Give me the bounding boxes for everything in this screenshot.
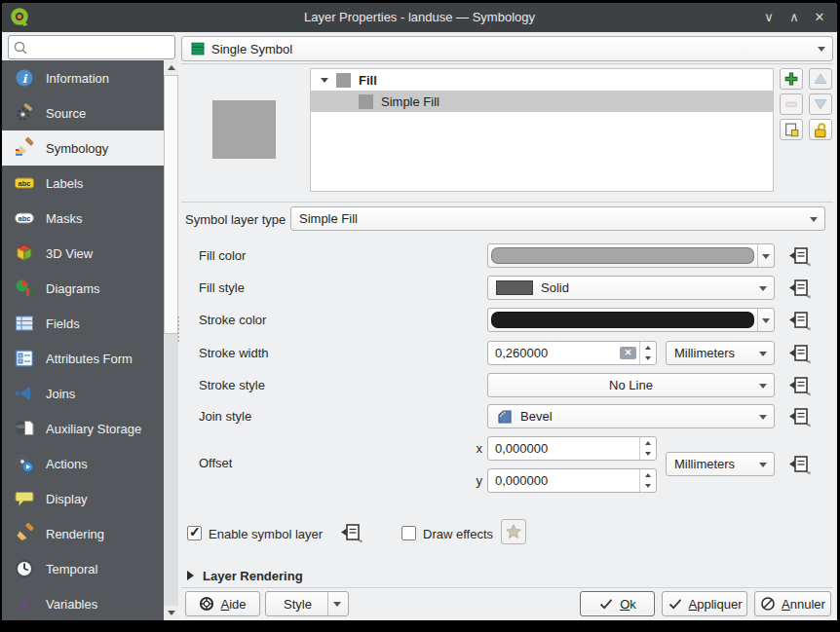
- sidebar-item-display[interactable]: Display: [2, 481, 164, 516]
- stroke-width-input[interactable]: [488, 346, 620, 360]
- fill-style-override-button[interactable]: [784, 277, 814, 300]
- sidebar-item-information[interactable]: i Information: [2, 60, 164, 95]
- sidebar-item-source[interactable]: Source: [2, 95, 164, 130]
- enable-symbol-layer-override-button[interactable]: [336, 521, 365, 544]
- renderer-combo[interactable]: Single Symbol: [181, 36, 833, 61]
- sidebar-item-actions[interactable]: Actions: [2, 446, 164, 481]
- sidebar-item-masks[interactable]: abc Masks: [2, 201, 164, 236]
- sidebar-item-joins[interactable]: Joins: [2, 376, 164, 411]
- titlebar[interactable]: Layer Properties - landuse — Symbology ∨…: [2, 3, 837, 32]
- sidebar-item-temporal[interactable]: Temporal: [2, 551, 164, 586]
- spin-down-button[interactable]: [640, 353, 656, 365]
- stroke-style-combo[interactable]: No Line: [487, 373, 775, 397]
- clear-value-icon[interactable]: ✕: [620, 347, 636, 359]
- offset-unit-combo[interactable]: Millimeters: [666, 452, 775, 476]
- stroke-style-override-button[interactable]: [784, 374, 814, 397]
- sidebar-item-auxiliary-storage[interactable]: Auxiliary Storage: [2, 411, 164, 446]
- stroke-color-dropdown[interactable]: [757, 309, 774, 331]
- sidebar-item-labels[interactable]: abc Labels: [2, 166, 164, 201]
- labels-icon: abc: [14, 172, 35, 194]
- sidebar-item-label: Rendering: [46, 527, 104, 541]
- lock-color-button[interactable]: [809, 119, 832, 140]
- join-style-combo[interactable]: Bevel: [487, 404, 775, 428]
- remove-symbol-layer-button[interactable]: [780, 93, 803, 115]
- offset-x-input[interactable]: [488, 441, 639, 456]
- offset-y-input[interactable]: [488, 473, 639, 488]
- enable-symbol-layer-checkbox[interactable]: [187, 526, 202, 540]
- source-icon: [14, 102, 35, 124]
- divider: [181, 63, 833, 64]
- sidebar-item-label: Auxiliary Storage: [46, 422, 141, 436]
- draw-effects-label: Draw effects: [423, 527, 493, 541]
- add-symbol-layer-button[interactable]: [780, 68, 803, 90]
- star-icon: [505, 523, 522, 540]
- move-down-button[interactable]: [809, 93, 832, 115]
- scroll-up-icon[interactable]: [164, 60, 178, 75]
- sidebar-item-diagrams[interactable]: Diagrams: [2, 271, 164, 306]
- help-button[interactable]: Aide: [185, 591, 260, 616]
- tree-row-fill[interactable]: Fill: [311, 69, 773, 91]
- fill-color-override-button[interactable]: [784, 244, 814, 268]
- fill-style-combo[interactable]: Solid: [487, 276, 775, 300]
- apply-button[interactable]: Appliquer: [662, 591, 747, 616]
- sidebar-item-variables[interactable]: ε Variables: [2, 586, 164, 620]
- splitter-handle[interactable]: [177, 316, 180, 342]
- collapse-arrow-icon[interactable]: [187, 571, 194, 580]
- scroll-down-icon[interactable]: [164, 606, 178, 620]
- minimize-button[interactable]: ∨: [757, 3, 781, 32]
- menu-arrow[interactable]: [327, 592, 347, 615]
- sidebar-item-label: Temporal: [46, 562, 97, 576]
- minus-icon: [783, 95, 800, 113]
- symbol-layer-type-combo[interactable]: Simple Fill: [290, 206, 825, 231]
- fill-color-dropdown[interactable]: [757, 244, 774, 267]
- sidebar-item-symbology[interactable]: Symbology: [2, 130, 164, 166]
- sidebar-item-fields[interactable]: Fields: [2, 306, 164, 341]
- joins-icon: [14, 383, 35, 404]
- fill-swatch: [336, 73, 351, 88]
- draw-effects-checkbox[interactable]: [401, 526, 416, 540]
- tree-row-simple-fill[interactable]: Simple Fill: [311, 91, 773, 112]
- stroke-color-swatch: [491, 312, 754, 328]
- data-defined-override-icon: [786, 278, 812, 299]
- fill-color-button[interactable]: [487, 243, 775, 268]
- spin-up-button[interactable]: [640, 437, 656, 449]
- svg-text:ε: ε: [20, 595, 30, 613]
- chevron-down-icon: [810, 217, 818, 222]
- layer-rendering-section[interactable]: Layer Rendering: [203, 569, 303, 583]
- effects-options-button[interactable]: [501, 519, 526, 544]
- maximize-button[interactable]: ∧: [783, 3, 806, 32]
- cancel-button[interactable]: Annuler: [754, 591, 831, 616]
- ok-button[interactable]: Ok: [580, 591, 655, 616]
- stroke-color-button[interactable]: [487, 308, 775, 332]
- offset-override-button[interactable]: [784, 453, 814, 476]
- spin-up-button[interactable]: [640, 469, 656, 481]
- scrollbar-thumb[interactable]: [164, 75, 178, 334]
- spin-up-button[interactable]: [640, 342, 656, 353]
- fill-color-swatch: [491, 247, 754, 264]
- symbology-icon: [14, 137, 35, 159]
- diagrams-icon: [14, 278, 35, 299]
- style-menu-button[interactable]: Style: [265, 591, 349, 616]
- duplicate-symbol-layer-button[interactable]: [780, 119, 803, 140]
- help-icon: [199, 596, 214, 612]
- search-input[interactable]: [28, 40, 174, 55]
- sidebar-item-3d-view[interactable]: 3D View: [2, 236, 164, 271]
- stroke-width-override-button[interactable]: [784, 342, 814, 365]
- sidebar-item-attributes-form[interactable]: Attributes Form: [2, 341, 164, 376]
- cancel-label: Annuler: [782, 597, 825, 612]
- join-style-override-button[interactable]: [784, 405, 814, 428]
- sidebar-item-label: Masks: [46, 211, 83, 226]
- arrow-down-icon: [812, 95, 829, 113]
- cancel-icon: [760, 596, 776, 612]
- stroke-width-unit-combo[interactable]: Millimeters: [666, 341, 775, 365]
- sidebar-scrollbar[interactable]: [164, 60, 178, 620]
- close-button[interactable]: ✕: [808, 3, 831, 32]
- stroke-color-override-button[interactable]: [784, 309, 814, 332]
- sidebar-item-rendering[interactable]: Rendering: [2, 516, 164, 551]
- data-defined-override-icon: [786, 454, 812, 475]
- move-up-button[interactable]: [809, 68, 832, 90]
- spin-down-button[interactable]: [640, 449, 656, 461]
- chevron-down-icon: [762, 318, 770, 323]
- spin-down-button[interactable]: [640, 481, 656, 493]
- expand-icon[interactable]: [321, 78, 328, 83]
